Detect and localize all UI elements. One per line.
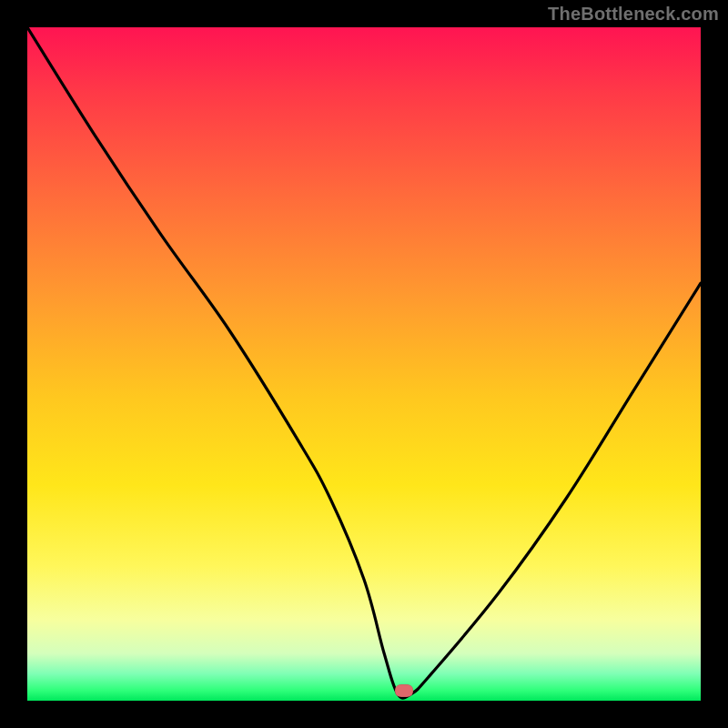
optimal-point-marker xyxy=(395,684,413,697)
chart-frame: TheBottleneck.com xyxy=(0,0,728,728)
bottleneck-curve xyxy=(27,27,701,701)
plot-area xyxy=(27,27,701,701)
watermark-text: TheBottleneck.com xyxy=(548,4,719,25)
